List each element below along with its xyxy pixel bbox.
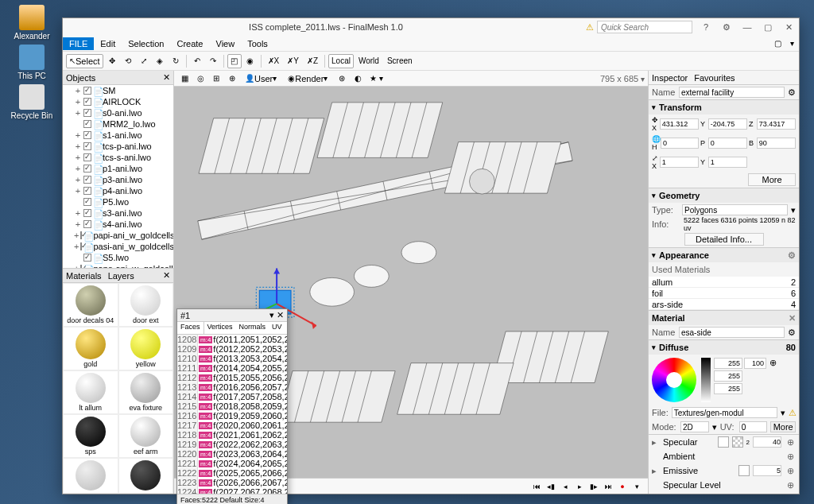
vp-user-dropdown[interactable]: 👤 User ▾ [241, 72, 282, 86]
vp-tool-icon[interactable]: ★ ▾ [366, 72, 386, 86]
rot-b-input[interactable] [757, 138, 796, 149]
desktop-icon-this-pc[interactable]: This PC [8, 45, 56, 80]
scale-y-input[interactable] [708, 157, 747, 168]
record-icon[interactable]: ● [616, 481, 629, 492]
tree-item[interactable]: +📄papi-ani_w_goldcells.lwo [63, 230, 173, 241]
bump-row[interactable]: ▸Bump1⊕ [649, 492, 799, 494]
color-r-input[interactable] [714, 358, 742, 369]
material-swatch[interactable]: door decals 04 [63, 283, 118, 327]
uv-input[interactable] [739, 421, 768, 432]
tab-faces[interactable]: Faces [177, 322, 204, 334]
material-swatch[interactable]: eef arm [118, 414, 174, 458]
desktop-icon-recycle-bin[interactable]: Recycle Bin [8, 84, 56, 120]
texture-file-input[interactable] [672, 407, 777, 418]
redo-icon[interactable]: ↷ [206, 54, 220, 68]
face-row[interactable]: 1213m:4f(2016,2056,2057,2017) t(3 [177, 382, 287, 392]
object-tree[interactable]: +📄SM+📄AIRLOCK+📄s0-ani.lwo 📄MRM2_lo.lwo+📄… [63, 85, 173, 268]
appearance-section-header[interactable]: ▾Appearance⚙ [649, 248, 799, 262]
coord-world[interactable]: World [355, 54, 382, 68]
tree-item[interactable]: +📄p3-ani.lwo [63, 174, 173, 185]
play-icon[interactable]: ▸ [573, 481, 586, 492]
diffuse-more-button[interactable]: More [770, 421, 796, 432]
vp-tool-icon[interactable]: ⊕ [225, 72, 239, 86]
tab-normals[interactable]: Normals [236, 322, 269, 334]
playback-more-icon[interactable]: ▾ [630, 481, 643, 492]
pos-x-input[interactable] [660, 118, 699, 130]
tree-item[interactable]: +📄p4-ani.lwo [63, 185, 173, 196]
tree-item[interactable]: +📄s4-ani.lwo [63, 219, 173, 230]
play-back-icon[interactable]: ◂ [559, 481, 572, 492]
scale-x-input[interactable] [660, 157, 699, 168]
menu-view[interactable]: View [210, 37, 242, 50]
object-name-input[interactable] [679, 87, 785, 98]
tree-item[interactable]: +📄p1-ani.lwo [63, 163, 173, 174]
tree-item[interactable]: +📄pasi-ani_w_goldcells.lwo [63, 241, 173, 252]
tree-item[interactable]: +📄s0-ani.lwo [63, 107, 173, 118]
used-material-row[interactable]: allum2 [649, 277, 799, 288]
vp-render-dropdown[interactable]: ◉ Render ▾ [284, 72, 333, 86]
face-row[interactable]: 1212m:4f(2015,2055,2056,2016) t(6 [177, 373, 287, 382]
detailed-info-button[interactable]: Detailed Info... [684, 233, 764, 246]
tab-vertices[interactable]: Vertices [204, 322, 236, 334]
vp-tool-icon[interactable]: ◐ [351, 72, 365, 86]
ambient-row[interactable]: Ambient⊕ [649, 449, 799, 463]
face-row[interactable]: 1220m:4f(2023,2063,2064,2024) t( [177, 449, 287, 459]
tree-item[interactable]: 📄P5.lwo [63, 196, 173, 207]
used-material-row[interactable]: foil6 [649, 288, 799, 299]
vp-tool-icon[interactable]: ⊞ [209, 72, 223, 86]
menu-selection[interactable]: Selection [122, 37, 170, 50]
quick-search-input[interactable] [597, 21, 692, 33]
face-row[interactable]: 1214m:4f(2017,2057,2058,2018) t( [177, 392, 287, 401]
settings-icon[interactable]: ⚙ [719, 21, 734, 33]
menu-file[interactable]: FILE [63, 37, 94, 50]
goto-end-icon[interactable]: ⏭ [602, 481, 614, 492]
gear-icon[interactable]: ⚙ [788, 87, 796, 98]
face-row[interactable]: 1222m:4f(2025,2065,2066,2026) t(6 [177, 468, 287, 478]
vp-tool-icon[interactable]: ◎ [193, 72, 207, 86]
rotate-tool-icon[interactable]: ⟲ [121, 54, 135, 68]
face-row[interactable]: 1217m:4f(2020,2060,2061,2021) t( [177, 421, 287, 430]
diffuse-pct-input[interactable] [744, 358, 766, 369]
tree-item[interactable]: +📄s3-ani.lwo [63, 207, 173, 219]
face-row[interactable]: 1208m:4f(2011,2051,2052,2012) t( [177, 335, 287, 344]
material-swatch[interactable]: eva fixture [118, 370, 174, 414]
menu-edit[interactable]: Edit [94, 37, 122, 50]
maximize-button[interactable]: ▢ [761, 21, 775, 33]
tree-item[interactable]: +📄s1-ani.lwo [63, 130, 173, 141]
close-button[interactable]: ✕ [781, 21, 796, 33]
face-row[interactable]: 1211m:4f(2014,2054,2055,2015) t(5 [177, 363, 287, 373]
face-row[interactable]: 1215m:4f(2018,2058,2059,2019) t( [177, 401, 287, 411]
color-wheel[interactable] [652, 358, 696, 402]
texture-mode-input[interactable] [680, 421, 709, 432]
chevron-down-icon[interactable]: ▾ [785, 37, 799, 51]
value-slider[interactable] [701, 358, 711, 402]
pos-y-input[interactable] [708, 118, 747, 130]
lasso-select-icon[interactable]: ◉ [243, 54, 258, 68]
select-tool[interactable]: ↖ Select [66, 54, 103, 68]
geometry-type[interactable] [682, 204, 788, 215]
coord-screen[interactable]: Screen [384, 54, 416, 68]
material-section-header[interactable]: Material✕ [649, 311, 799, 325]
material-swatch[interactable]: lt allum [63, 370, 118, 414]
material-swatch[interactable] [118, 458, 174, 494]
rot-h-input[interactable] [661, 138, 699, 149]
box-select-icon[interactable]: ◰ [227, 54, 242, 68]
step-back-icon[interactable]: ◂▮ [545, 481, 557, 492]
tab-favourites[interactable]: Favourites [694, 73, 735, 83]
material-swatch[interactable]: yellow [118, 327, 174, 370]
faces-panel-header[interactable]: #1▾ ✕ [177, 309, 287, 322]
face-row[interactable]: 1210m:4f(2013,2053,2054,2014) t( [177, 354, 287, 363]
transform-more-button[interactable]: More [748, 173, 796, 186]
menu-tools[interactable]: Tools [241, 37, 274, 50]
tree-item[interactable]: +📄AIRLOCK [63, 96, 173, 107]
tree-item[interactable]: 📄S5.lwo [63, 252, 173, 263]
tree-item[interactable]: +📄tcs-p-ani.lwo [63, 141, 173, 152]
diffuse-section-header[interactable]: ▾Diffuse80 [649, 340, 799, 355]
desktop-icon-user[interactable]: Alexander [8, 5, 56, 41]
tab-uv[interactable]: UV [269, 322, 285, 334]
faces-list[interactable]: 1208m:4f(2011,2051,2052,2012) t(1209m:4f… [177, 335, 287, 494]
material-name-input[interactable] [679, 327, 785, 338]
specular-row[interactable]: ▸Specular2⊕ [649, 435, 799, 449]
color-g-input[interactable] [714, 370, 742, 382]
menu-create[interactable]: Create [170, 37, 209, 50]
